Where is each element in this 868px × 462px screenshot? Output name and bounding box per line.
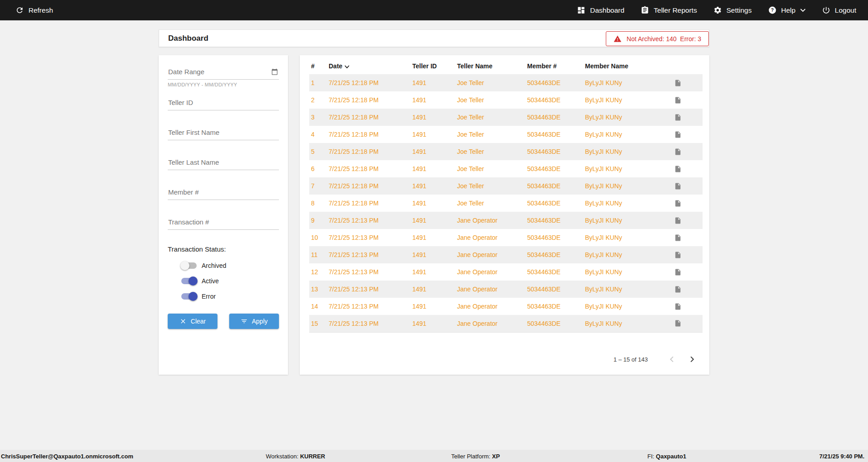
note-icon[interactable] (674, 79, 682, 87)
table-row[interactable]: 97/21/25 12:13 PM1491Jane Operator503446… (309, 212, 703, 229)
table-row[interactable]: 27/21/25 12:18 PM1491Joe Teller5034463DE… (309, 91, 703, 109)
toggle-error[interactable] (181, 293, 197, 300)
page-header: Dashboard Not Archived: 140 Error: 3 (159, 29, 709, 47)
cell-teller-name: Joe Teller (455, 195, 525, 212)
table-row[interactable]: 157/21/25 12:13 PM1491Jane Operator50344… (309, 315, 703, 332)
member-number-input[interactable] (168, 186, 279, 200)
note-icon[interactable] (674, 286, 682, 293)
previous-page-button (666, 354, 677, 365)
cell-date: 7/21/25 12:18 PM (327, 109, 410, 126)
table-row[interactable]: 107/21/25 12:13 PM1491Jane Operator50344… (309, 229, 703, 246)
note-icon[interactable] (674, 217, 682, 224)
cell-teller-id: 1491 (410, 109, 455, 126)
table-row[interactable]: 147/21/25 12:13 PM1491Jane Operator50344… (309, 298, 703, 315)
note-icon[interactable] (674, 200, 682, 207)
cell-note (673, 246, 703, 263)
cell-member-num: 5034463DE (525, 109, 583, 126)
cell-teller-name: Joe Teller (455, 143, 525, 160)
table-row[interactable]: 77/21/25 12:18 PM1491Joe Teller5034463DE… (309, 177, 703, 195)
table-row[interactable]: 87/21/25 12:18 PM1491Joe Teller5034463DE… (309, 195, 703, 212)
cell-date: 7/21/25 12:13 PM (327, 212, 410, 229)
next-page-button[interactable] (687, 354, 698, 365)
cell-note (673, 195, 703, 212)
table-row[interactable]: 67/21/25 12:18 PM1491Joe Teller5034463DE… (309, 160, 703, 177)
note-icon[interactable] (674, 303, 682, 310)
note-icon[interactable] (674, 234, 682, 242)
cell-note (673, 229, 703, 246)
note-icon[interactable] (674, 165, 682, 173)
nav-help[interactable]: ? Help (768, 6, 806, 14)
cell-num: 11 (309, 246, 327, 263)
cell-teller-name: Jane Operator (455, 246, 525, 263)
cell-teller-id: 1491 (410, 315, 455, 332)
date-range-input[interactable] (168, 65, 279, 80)
table-row[interactable]: 117/21/25 12:13 PM1491Jane Operator50344… (309, 246, 703, 263)
cell-member-num: 5034463DE (525, 315, 583, 332)
sort-desc-icon (344, 65, 349, 68)
teller-id-field (168, 96, 279, 110)
cell-num: 10 (309, 229, 327, 246)
cell-date: 7/21/25 12:13 PM (327, 315, 410, 332)
workstation-value: KURRER (300, 452, 326, 459)
cell-teller-name: Jane Operator (455, 315, 525, 332)
top-bar: Refresh Dashboard Teller Reports Setting… (0, 0, 868, 20)
note-icon[interactable] (674, 182, 682, 190)
nav-settings[interactable]: Settings (713, 6, 752, 14)
cell-date: 7/21/25 12:18 PM (327, 143, 410, 160)
refresh-button[interactable]: Refresh (15, 6, 53, 14)
calendar-icon[interactable] (271, 68, 278, 75)
note-icon[interactable] (674, 148, 682, 156)
table-row[interactable]: 17/21/25 12:18 PM1491Joe Teller5034463DE… (309, 74, 703, 91)
nav-dashboard[interactable]: Dashboard (577, 6, 624, 14)
cell-note (673, 160, 703, 177)
cell-member-num: 5034463DE (525, 143, 583, 160)
cell-teller-name: Jane Operator (455, 298, 525, 315)
toggle-active[interactable] (181, 278, 197, 284)
cell-member-name: ByLyJI KUNy (583, 91, 673, 109)
teller-first-name-input[interactable] (168, 126, 279, 140)
cell-note (673, 281, 703, 298)
cell-member-num: 5034463DE (525, 177, 583, 195)
nav-logout[interactable]: Logout (822, 6, 856, 14)
note-icon[interactable] (674, 131, 682, 138)
table-row[interactable]: 47/21/25 12:18 PM1491Joe Teller5034463DE… (309, 126, 703, 143)
dashboard-columns: MM/DD/YYYY - MM/DD/YYYY Transaction S (159, 55, 709, 375)
transaction-number-input[interactable] (168, 215, 279, 230)
col-actions (673, 58, 703, 74)
table-row[interactable]: 37/21/25 12:18 PM1491Joe Teller5034463DE… (309, 109, 703, 126)
cell-member-name: ByLyJI KUNy (583, 263, 673, 281)
col-date[interactable]: Date (327, 58, 410, 74)
cell-member-name: ByLyJI KUNy (583, 143, 673, 160)
cell-date: 7/21/25 12:18 PM (327, 91, 410, 109)
cell-num: 14 (309, 298, 327, 315)
note-icon[interactable] (674, 114, 682, 121)
toggle-archived[interactable] (181, 262, 197, 269)
note-icon[interactable] (674, 251, 682, 259)
toggle-thumb (189, 292, 198, 301)
cell-teller-id: 1491 (410, 246, 455, 263)
transactions-table-body: 17/21/25 12:18 PM1491Joe Teller5034463DE… (309, 74, 703, 332)
cell-num: 8 (309, 195, 327, 212)
cell-member-name: ByLyJI KUNy (583, 281, 673, 298)
platform-value: XP (492, 452, 500, 459)
cell-note (673, 212, 703, 229)
cell-teller-id: 1491 (410, 281, 455, 298)
note-icon[interactable] (674, 96, 682, 104)
note-icon[interactable] (674, 319, 682, 327)
cell-member-num: 5034463DE (525, 298, 583, 315)
table-row[interactable]: 57/21/25 12:18 PM1491Joe Teller5034463DE… (309, 143, 703, 160)
apply-button[interactable]: Apply (229, 314, 279, 329)
refresh-label: Refresh (28, 6, 53, 14)
teller-id-input[interactable] (168, 96, 279, 110)
note-icon[interactable] (674, 268, 682, 276)
nav-teller-reports[interactable]: Teller Reports (641, 6, 697, 14)
table-row[interactable]: 127/21/25 12:13 PM1491Jane Operator50344… (309, 263, 703, 281)
clear-button[interactable]: Clear (168, 314, 217, 329)
table-row[interactable]: 137/21/25 12:13 PM1491Jane Operator50344… (309, 281, 703, 298)
cell-member-num: 5034463DE (525, 126, 583, 143)
toggle-row-active: Active (168, 276, 279, 286)
cell-teller-name: Jane Operator (455, 229, 525, 246)
transaction-status-label: Transaction Status: (168, 245, 279, 253)
cell-teller-id: 1491 (410, 143, 455, 160)
teller-last-name-input[interactable] (168, 156, 279, 170)
